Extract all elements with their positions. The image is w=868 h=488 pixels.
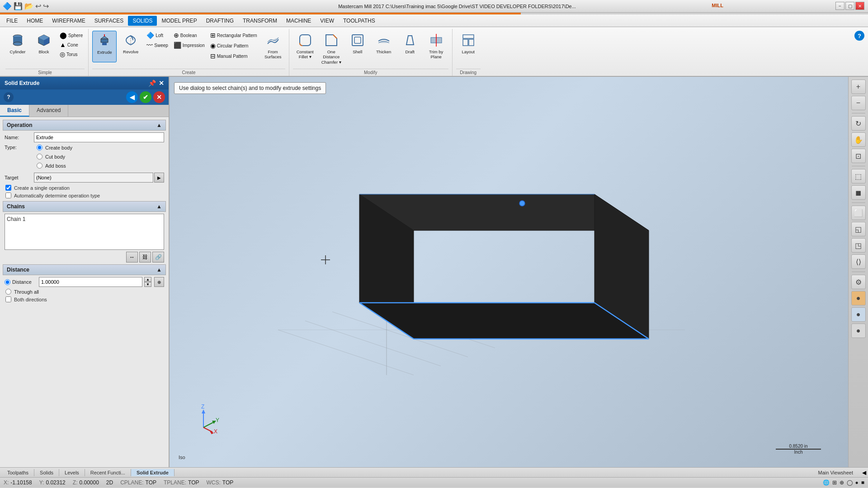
settings-button[interactable]: ⚙ (851, 275, 866, 289)
top-view-button[interactable]: ◳ (851, 238, 866, 253)
grid-icon[interactable]: ⊞ (832, 479, 837, 486)
menu-drafting[interactable]: DRAFTING (202, 16, 238, 26)
panel-cancel-button[interactable]: ✕ (153, 91, 165, 103)
both-directions-checkbox[interactable] (5, 296, 11, 302)
distance-spin-up[interactable]: ▲ (144, 277, 151, 282)
revolve-button[interactable]: Revolve (118, 31, 143, 62)
menu-file[interactable]: FILE (2, 16, 22, 26)
layout-button[interactable]: Layout (456, 31, 481, 62)
thicken-button[interactable]: Thicken (372, 31, 396, 62)
name-input[interactable] (34, 132, 164, 142)
menu-surfaces[interactable]: SURFACES (90, 16, 128, 26)
tab-levels[interactable]: Levels (59, 469, 85, 476)
distance-radio[interactable] (5, 279, 10, 285)
trim-by-plane-button[interactable]: Trim by Plane (424, 31, 448, 62)
cone-button[interactable]: ▲ Cone (58, 40, 85, 49)
front-view-button[interactable]: ⬜ (851, 206, 866, 220)
boolean-button[interactable]: ⊕ Boolean (172, 31, 207, 40)
pan-button[interactable]: ✋ (851, 132, 866, 147)
ok-button[interactable]: ✔ (140, 91, 151, 103)
chain-unlink-button[interactable]: 🔗 (152, 252, 164, 263)
viewport[interactable]: Use dialog to select chain(s) and to mod… (170, 77, 848, 467)
create-single-op-checkbox[interactable] (5, 185, 11, 191)
add-boss-radio[interactable] (37, 163, 42, 169)
fit-button[interactable]: ⊡ (851, 149, 866, 163)
chain-item-1[interactable]: Chain 1 (7, 216, 162, 222)
minimize-button[interactable]: − (835, 2, 844, 10)
redo-icon[interactable]: ↪ (43, 2, 49, 10)
chain-arrows-button[interactable]: ↔ (126, 252, 138, 263)
maximize-button[interactable]: ▢ (845, 2, 854, 10)
circle-icon[interactable]: ◯ (847, 479, 853, 486)
cylinder-button[interactable]: Cylinder (5, 31, 30, 62)
close-button[interactable]: ✕ (855, 2, 864, 10)
iso-view-button[interactable]: ⟨⟩ (851, 254, 866, 269)
distance-target-button[interactable]: ⊕ (154, 277, 164, 287)
block-button[interactable]: Block (32, 31, 56, 62)
menu-home[interactable]: HOME (22, 16, 47, 26)
back-button[interactable]: ◀ (126, 91, 138, 103)
circular-pattern-button[interactable]: ◉ Circular Pattern (208, 41, 259, 50)
side-view-button[interactable]: ◱ (851, 222, 866, 236)
rectangular-pattern-button[interactable]: ⊞ Rectangular Pattern (208, 31, 259, 40)
tab-solid-extrude[interactable]: Solid Extrude (131, 469, 175, 476)
menu-model-prep[interactable]: MODEL PREP (157, 16, 201, 26)
tab-main-viewsheet[interactable]: Main Viewsheet (813, 469, 859, 476)
menu-transform[interactable]: TRANSFORM (238, 16, 282, 26)
cut-body-radio[interactable] (37, 154, 42, 160)
panel-close-icon[interactable]: ✕ (159, 80, 164, 87)
axes-icon[interactable]: ⊕ (840, 479, 844, 486)
manual-pattern-button[interactable]: ⊟ Manual Pattern (208, 52, 259, 61)
square-icon[interactable]: ■ (861, 479, 864, 486)
create-body-radio[interactable] (37, 145, 42, 150)
menu-solids[interactable]: SOLIDS (128, 16, 157, 26)
distance-value-input[interactable] (39, 277, 142, 287)
color3-button[interactable]: ● (851, 324, 866, 338)
zoom-out-button[interactable]: − (851, 96, 866, 110)
undo-icon[interactable]: ↩ (35, 2, 41, 10)
draft-button[interactable]: Draft (398, 31, 422, 62)
tab-solids[interactable]: Solids (34, 469, 59, 476)
through-all-radio[interactable] (5, 289, 11, 295)
panel-help-button[interactable]: ? (4, 92, 14, 102)
menu-view[interactable]: VIEW (316, 16, 339, 26)
menu-toolpaths[interactable]: TOOLPATHS (339, 16, 380, 26)
open-icon[interactable]: 📂 (24, 2, 33, 10)
rotate-button[interactable]: ↻ (851, 116, 866, 131)
globe-icon[interactable]: 🌐 (823, 479, 830, 486)
sphere-button[interactable]: ⬤ Sphere (58, 31, 85, 40)
shell-button[interactable]: Shell (345, 31, 370, 62)
zoom-in-button[interactable]: + (851, 80, 866, 94)
save-icon[interactable]: 💾 (14, 2, 23, 10)
expand-tabs-button[interactable]: ◀ (862, 469, 866, 476)
chains-section-header[interactable]: Chains ▲ (3, 201, 166, 212)
target-select-button[interactable]: ▶ (154, 173, 164, 183)
distance-spin-down[interactable]: ▼ (144, 282, 151, 287)
tab-recent[interactable]: Recent Functi... (85, 469, 131, 476)
target-input[interactable] (34, 173, 153, 183)
chain-link-button[interactable]: ⛓ (139, 252, 151, 263)
filled-circle-icon[interactable]: ● (855, 479, 859, 486)
wireframe-view-button[interactable]: ⬚ (851, 169, 866, 183)
shaded-view-button[interactable]: ◼ (851, 185, 866, 200)
color2-button[interactable]: ● (851, 307, 866, 322)
menu-wireframe[interactable]: WIREFRAME (47, 16, 90, 26)
pin-icon[interactable]: 📌 (148, 80, 156, 87)
tab-toolpaths[interactable]: Toolpaths (2, 469, 34, 476)
impression-button[interactable]: ⬛ Impression (172, 41, 207, 50)
extrude-button[interactable]: Extrude (92, 31, 117, 62)
torus-button[interactable]: ◎ Torus (58, 50, 85, 59)
distance-section-header[interactable]: Distance ▲ (3, 264, 166, 275)
sweep-button[interactable]: 〰 Sweep (145, 41, 170, 50)
operation-section-header[interactable]: Operation ▲ (3, 120, 166, 131)
one-distance-chamfer-button[interactable]: One Distance Chamfer ▾ (319, 31, 344, 66)
help-button[interactable]: ? (854, 31, 864, 41)
from-surfaces-button[interactable]: From Surfaces (261, 31, 285, 62)
auto-determine-checkbox[interactable] (5, 192, 11, 198)
tab-advanced[interactable]: Advanced (29, 105, 68, 117)
color-button[interactable]: ● (851, 291, 866, 305)
loft-button[interactable]: 🔷 Loft (145, 31, 170, 40)
menu-machine[interactable]: MACHINE (282, 16, 316, 26)
constant-fillet-button[interactable]: Constant Fillet ▾ (293, 31, 317, 62)
tab-basic[interactable]: Basic (0, 105, 29, 117)
